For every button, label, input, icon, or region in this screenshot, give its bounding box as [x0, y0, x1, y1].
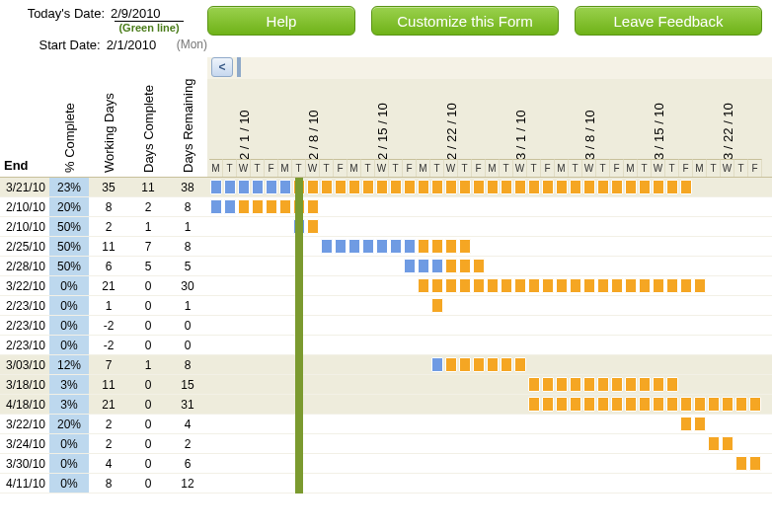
cell-dc: 0: [128, 457, 168, 471]
gantt-rows: [207, 178, 772, 494]
gantt-row: [207, 257, 772, 276]
day-label: T: [430, 159, 444, 177]
cell-wd: 6: [89, 260, 128, 273]
gantt-panel: < 2 / 1 / 102 / 8 / 102 / 15 / 102 / 22 …: [207, 57, 772, 494]
week-date: 3 / 22 / 10: [721, 83, 735, 160]
bar-remaining: [583, 377, 595, 392]
cell-dc: 0: [128, 437, 168, 451]
col-dr: Days Remaining: [168, 56, 207, 177]
bar-remaining: [445, 259, 457, 273]
cell-dc: 1: [128, 220, 168, 234]
day-label: T: [458, 159, 472, 177]
bar-complete: [266, 180, 277, 194]
bar-complete: [431, 357, 443, 372]
bar-remaining: [487, 278, 499, 293]
day-label: M: [347, 159, 361, 177]
bar-complete: [376, 239, 388, 254]
week-date: 3 / 8 / 10: [582, 83, 597, 160]
bar-remaining: [680, 397, 692, 412]
cell-dr: 8: [168, 240, 207, 254]
day-label: F: [679, 159, 693, 177]
bar-remaining: [404, 180, 416, 194]
bar-remaining: [625, 377, 637, 392]
bar-remaining: [639, 180, 651, 194]
col-dc: Days Complete: [128, 56, 168, 177]
cell-wd: 2: [89, 220, 128, 234]
bar-remaining: [487, 357, 499, 372]
cell-dc: 0: [128, 299, 168, 313]
scroll-left-button[interactable]: <: [211, 57, 233, 77]
bar-remaining: [694, 417, 706, 431]
bar-remaining: [335, 180, 347, 194]
help-button[interactable]: Help: [207, 6, 355, 36]
day-label: T: [389, 159, 403, 177]
cell-dr: 5: [168, 260, 207, 273]
customize-button[interactable]: Customize this Form: [371, 6, 559, 36]
cell-wd: -2: [89, 319, 128, 333]
bar-remaining: [556, 397, 568, 412]
day-label: T: [223, 159, 237, 177]
gantt-row: [207, 237, 772, 257]
table-row: 2/10/1050%211: [0, 217, 207, 237]
bar-remaining: [501, 180, 512, 194]
bar-remaining: [625, 180, 637, 194]
day-label: T: [569, 159, 582, 177]
day-label: T: [734, 159, 748, 177]
bar-remaining: [556, 180, 568, 194]
bar-remaining: [445, 239, 457, 254]
bar-remaining: [597, 180, 609, 194]
bar-remaining: [653, 397, 664, 412]
cell-dr: 38: [168, 181, 207, 194]
bar-complete: [362, 239, 374, 254]
feedback-button[interactable]: Leave Feedback: [575, 6, 762, 36]
day-label: F: [472, 159, 486, 177]
today-line: [295, 178, 303, 494]
cell-end: 2/25/10: [0, 240, 49, 254]
bar-remaining: [722, 397, 733, 412]
bar-remaining: [459, 259, 471, 273]
day-label: M: [278, 159, 292, 177]
table-row: 2/23/100%-200: [0, 336, 207, 355]
bar-remaining: [501, 357, 512, 372]
day-label: W: [721, 159, 734, 177]
bar-remaining: [583, 397, 595, 412]
cell-dc: 5: [128, 260, 168, 273]
bar-remaining: [749, 397, 761, 412]
cell-wd: 21: [89, 398, 128, 412]
gantt-row: [207, 296, 772, 316]
week-date: 2 / 8 / 10: [306, 83, 321, 160]
table-row: 3/18/103%11015: [0, 375, 207, 395]
bar-complete: [210, 180, 222, 194]
bar-remaining: [459, 239, 471, 254]
day-label: W: [513, 159, 527, 177]
cell-wd: 2: [89, 418, 128, 431]
table-row: 4/11/100%8012: [0, 474, 207, 494]
cell-end: 2/10/10: [0, 220, 49, 234]
bar-remaining: [348, 180, 360, 194]
cell-dc: 0: [128, 339, 168, 352]
bar-remaining: [307, 219, 319, 234]
table-row: 2/23/100%-200: [0, 316, 207, 336]
bar-remaining: [445, 278, 457, 293]
day-label: T: [707, 159, 721, 177]
cell-dc: 0: [128, 418, 168, 431]
button-bar: Help Customize this Form Leave Feedback: [207, 4, 762, 36]
bar-remaining: [570, 278, 581, 293]
day-label: M: [209, 159, 223, 177]
bar-remaining: [528, 377, 540, 392]
table-row: 3/03/1012%718: [0, 355, 207, 375]
day-label: T: [292, 159, 306, 177]
bar-remaining: [459, 278, 471, 293]
today-value[interactable]: 2/9/2010: [111, 6, 180, 21]
start-value[interactable]: 2/1/2010: [107, 38, 173, 52]
cell-dc: 0: [128, 319, 168, 333]
bar-remaining: [735, 456, 747, 471]
cell-end: 2/23/10: [0, 319, 49, 333]
bar-complete: [279, 180, 291, 194]
bar-remaining: [666, 278, 678, 293]
scroll-tick: [237, 57, 241, 77]
gantt-row: [207, 474, 772, 494]
day-label: W: [652, 159, 665, 177]
bar-remaining: [514, 357, 526, 372]
day-label: M: [417, 159, 430, 177]
